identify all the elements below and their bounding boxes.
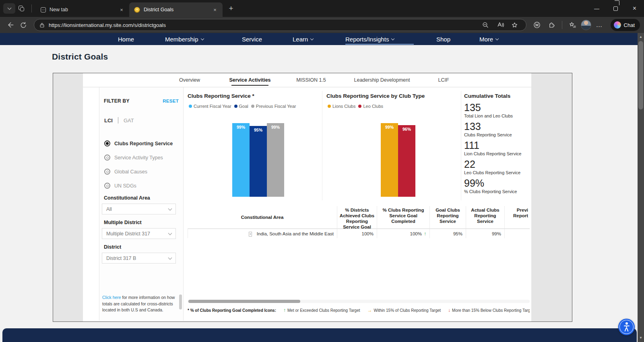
column-header[interactable]: Previ Report [504, 206, 530, 229]
kpi-up-icon: ↑ [283, 307, 286, 313]
window-controls: — × [587, 0, 644, 17]
bar-value-label: 96% [398, 127, 415, 132]
radio-service-activity-types[interactable]: Service Activity Types [104, 150, 180, 165]
horizontal-scrollbar-thumb[interactable] [188, 300, 300, 303]
toolbar-actions: … Chat [530, 19, 640, 31]
favorite-star-button[interactable] [508, 19, 521, 31]
minimize-button[interactable]: — [587, 0, 606, 17]
scroll-down-icon[interactable]: ▼ [638, 335, 644, 341]
nav-item-reports-insights[interactable]: Reports/Insights [345, 33, 394, 45]
nav-item-learn[interactable]: Learn [293, 33, 313, 45]
table-cell-districts-achieved: 100% [337, 229, 377, 238]
star-icon [511, 21, 518, 29]
maximize-button[interactable] [606, 0, 625, 17]
nav-item-service[interactable]: Service [242, 33, 262, 45]
report-tab-leadership-development[interactable]: Leadership Development [354, 73, 410, 87]
toggle-lci[interactable]: LCI [104, 117, 113, 124]
stat-value: 22 [464, 158, 529, 170]
multiple-district-label: Multiple District [102, 220, 176, 225]
bar-value-label: 99% [267, 125, 284, 130]
browser-tab-newtab[interactable]: New tab × [36, 2, 129, 17]
table-row-area-cell[interactable]: + India, South Asia and the Middle East [188, 229, 337, 238]
tab-search-button[interactable] [3, 3, 15, 14]
w-extension-button[interactable] [530, 19, 543, 31]
radio-global-causes[interactable]: Global Causes [104, 165, 180, 179]
column-header[interactable]: % Clubs Reporting Service Goal Completed [377, 206, 429, 229]
stat-label: Lion Clubs Reporting Service [464, 151, 529, 157]
zoom-out-button[interactable] [479, 19, 492, 31]
column-header[interactable]: % Districts Achieved Clubs Reporting Ser… [337, 206, 377, 229]
panel-divider [322, 91, 322, 200]
bar-lions-clubs[interactable]: 99% [381, 123, 398, 197]
chat-label: Chat [624, 22, 635, 28]
star-list-icon [569, 21, 577, 29]
scroll-up-icon[interactable]: ▲ [638, 34, 644, 40]
filter-info-note: Click here for more information on how t… [102, 295, 175, 313]
radio-clubs-reporting-service[interactable]: Clubs Reporting Service [104, 136, 180, 150]
legend-dot-lions-clubs [328, 105, 331, 108]
stat-value: 99% [464, 177, 529, 189]
page-scrollbar[interactable]: ▲ ▼ [638, 33, 644, 342]
back-arrow-icon [6, 21, 14, 29]
back-button[interactable] [4, 19, 17, 31]
page-content: Home Membership Service Learn Reports/In… [0, 33, 638, 342]
radio-un-sdgs[interactable]: UN SDGs [104, 179, 180, 193]
w-badge-icon [533, 21, 541, 29]
multiple-district-dropdown[interactable]: Multiple District 317 [102, 228, 176, 239]
chevron-down-icon [495, 37, 499, 40]
constitutional-area-dropdown[interactable]: All [102, 204, 176, 214]
page-scrollbar-thumb[interactable] [638, 41, 643, 109]
bar-goal[interactable]: 95% [250, 126, 267, 197]
chart2-legend: Lions Clubs Leo Clubs [328, 104, 383, 109]
bar-leo-clubs[interactable]: 96% [398, 125, 415, 197]
column-header[interactable]: Actual Clubs Reporting Service [466, 206, 504, 229]
stat-label: Total Lion and Leo Clubs [464, 113, 529, 119]
report-tab-overview[interactable]: Overview [179, 73, 200, 87]
stat-label: Clubs Reporting Service [464, 132, 529, 138]
nav-item-home[interactable]: Home [118, 33, 134, 45]
extensions-button[interactable] [545, 19, 558, 31]
radio-unselected-icon [104, 169, 110, 175]
accessibility-person-icon [623, 322, 630, 331]
chevron-down-icon [7, 6, 11, 10]
kpi-right-icon: → [367, 307, 372, 313]
bar-current-fiscal-year[interactable]: 99% [232, 123, 250, 197]
bar-value-label: 99% [381, 125, 398, 130]
new-tab-button[interactable]: + [225, 3, 237, 14]
refresh-button[interactable] [17, 19, 30, 31]
close-window-button[interactable]: × [625, 0, 644, 17]
toggle-gat[interactable]: GAT [124, 117, 134, 124]
url-bar[interactable]: https://lionsinternational.my.site.com/s… [34, 19, 526, 31]
collections-button[interactable] [566, 19, 579, 31]
browser-tab-district-goals[interactable]: District Goals × [129, 2, 223, 17]
reset-button[interactable]: RESET [163, 99, 179, 103]
settings-more-button[interactable]: … [593, 19, 606, 31]
horizontal-scrollbar[interactable] [188, 300, 530, 303]
column-header[interactable]: Goal Clubs Reporting Service [429, 206, 466, 229]
read-aloud-button[interactable] [494, 19, 507, 31]
close-tab-button[interactable]: × [118, 6, 125, 13]
column-header[interactable]: Constitutional Area [188, 206, 337, 229]
filter-by-heading: FILTER BY [104, 98, 130, 104]
site-footer-bar [2, 328, 637, 342]
chevron-down-icon [168, 255, 172, 260]
nav-item-membership[interactable]: Membership [165, 33, 204, 45]
filter-scrollbar-thumb[interactable] [179, 295, 182, 309]
bar-previous-fiscal-year[interactable]: 99% [267, 123, 284, 197]
click-here-link[interactable]: Click here [102, 295, 121, 300]
district-dropdown[interactable]: District 317 B [102, 253, 176, 264]
close-tab-button[interactable]: × [211, 6, 219, 13]
footnote-label: * % of Clubs Reporting Goal Completed Ic… [188, 308, 276, 313]
chevron-down-icon [200, 37, 204, 40]
report-tab-mission-15[interactable]: MISSION 1.5 [296, 73, 326, 87]
site-navigation: Home Membership Service Learn Reports/In… [0, 33, 638, 45]
nav-item-more[interactable]: More [479, 33, 498, 45]
accessibility-widget-button[interactable] [618, 319, 635, 335]
nav-item-shop[interactable]: Shop [436, 33, 450, 45]
expand-row-icon[interactable]: + [249, 232, 252, 237]
tab-actions-button[interactable] [15, 3, 27, 14]
profile-avatar[interactable] [581, 20, 591, 30]
chart1-bars: 99%95%99% [232, 123, 284, 197]
copilot-chat-button[interactable]: Chat [611, 19, 640, 31]
report-tab-lcif[interactable]: LCIF [438, 73, 449, 87]
